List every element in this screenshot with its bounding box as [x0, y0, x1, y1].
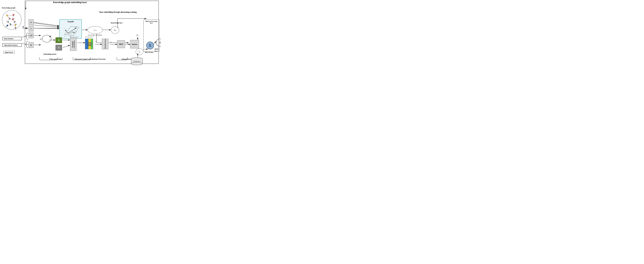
- input-layer-label: Input layer: [3, 51, 15, 54]
- brace-svg: [39, 56, 74, 61]
- svg-line-31: [33, 22, 59, 26]
- svg-line-44: [8, 15, 13, 16]
- svg-line-47: [8, 19, 10, 22]
- svg-line-3: [34, 23, 59, 27]
- svg-text:i: i: [64, 35, 65, 37]
- svg-line-4: [34, 28, 59, 29]
- z-box: Z: [85, 39, 93, 49]
- svg-text:i₃: i₃: [6, 20, 7, 22]
- multitask-label: Multi-task learning layer: [144, 21, 159, 24]
- attention-layer: Attention Layer: [102, 39, 108, 49]
- svg-line-68: [71, 27, 79, 27]
- z-labels: Zᴹ, Zₛᴵⁿ, Zₛᵒᵘᵗ: [85, 36, 94, 38]
- kg-embedding-label: Knowledge graph embedding layer: [53, 1, 87, 4]
- svg-point-29: [42, 35, 51, 42]
- svg-text:a: a: [76, 26, 77, 27]
- k-label: K: [22, 26, 24, 28]
- y-hat-label: ŷₛⱼ: [136, 34, 138, 36]
- mi-label: mᴵ: [40, 38, 42, 40]
- svg-line-49: [13, 19, 14, 22]
- svg-text:i₁: i₁: [14, 13, 15, 15]
- knowledge-graph-label: Knowledge graph: [2, 7, 15, 9]
- svg-line-65: [64, 27, 71, 35]
- mlp-box: MLP: [117, 40, 125, 48]
- svg-text:a₁: a₁: [13, 18, 14, 19]
- knowledge-embeddings-oval: i, dᵣ, a: [88, 26, 103, 34]
- embed-a: a: [29, 19, 34, 25]
- lk-oval: ℒK: [111, 26, 119, 34]
- multitask-box: Multi-task learning layer: [143, 19, 160, 52]
- s-label: S: [110, 41, 111, 44]
- svg-line-69: [65, 30, 68, 33]
- svg-line-28: [22, 44, 29, 45]
- ij-label: iⱼ: [96, 40, 96, 42]
- svg-text:i₂: i₂: [8, 17, 9, 19]
- svg-text:i: i: [64, 28, 64, 29]
- brace-dgcn-svg: [72, 56, 107, 61]
- ls-oval: ℒs: [136, 48, 143, 55]
- transh-label: TransH: [60, 21, 82, 23]
- knowledge-loss-label: Knowledge loss: [111, 22, 122, 24]
- svg-text:a₂: a₂: [10, 23, 11, 24]
- svg-line-30: [50, 36, 51, 37]
- softmax-box: Softmax: [130, 40, 139, 48]
- architecture-diagram: Knowledge graph embedding layer Knowledg…: [0, 0, 161, 66]
- a-labels: Aᴹ, Aₛᴵⁿ, Aₛᵒᵘᵗ: [70, 36, 78, 38]
- svg-text:g₂: g₂: [16, 23, 17, 25]
- svg-line-27: [22, 36, 29, 37]
- embed-Ii: I (i): [29, 33, 34, 38]
- embed-r: r: [29, 26, 34, 32]
- proximity-convolution: Proximity Convolution: [70, 38, 76, 51]
- operation-feature-box: Operation feature: [2, 43, 22, 47]
- svg-text:g₁: g₁: [6, 14, 8, 16]
- svg-text:d_r: d_r: [72, 31, 74, 32]
- svg-text:g₃: g₃: [6, 26, 7, 27]
- transh-svg: i a a d_r i a': [61, 23, 80, 38]
- svg-line-16: [63, 45, 70, 48]
- tune-embedding-label: Tune embedding through alternating train…: [99, 11, 136, 13]
- knowledge-embeddings-label: Knowledge embeddings: [87, 34, 103, 36]
- svg-line-5: [34, 25, 59, 27]
- matrix-a: A: [56, 37, 62, 43]
- transh-box: TransH i a a d_r i a': [59, 19, 82, 39]
- knowledge-graph-svg: g₁ i₁ i₂ i₃ a₁ i₄ a₂ g₃ g₂ i₅: [1, 9, 22, 30]
- item-feature-box: Item feature: [2, 37, 22, 40]
- svg-line-66: [64, 35, 74, 35]
- svg-text:i₅: i₅: [15, 28, 16, 30]
- matrix-x: X: [56, 45, 62, 51]
- svg-point-83: [131, 62, 142, 65]
- svg-point-33: [2, 10, 22, 30]
- brace-output-svg: [116, 56, 137, 61]
- embed-O: O: [29, 42, 34, 48]
- svg-text:i₄: i₄: [15, 20, 16, 22]
- embedding-matrix-label: Embedding matrix: [40, 53, 60, 55]
- svg-text:a: a: [76, 31, 76, 32]
